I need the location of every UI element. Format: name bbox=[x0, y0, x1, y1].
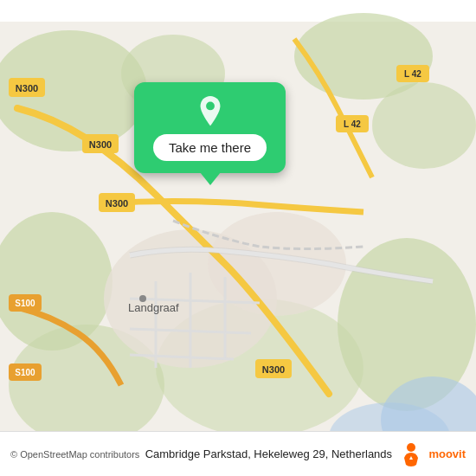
moovit-logo: moovit bbox=[397, 441, 466, 468]
svg-text:L 42: L 42 bbox=[404, 69, 421, 79]
popup-card: Take me there bbox=[134, 82, 286, 173]
svg-point-31 bbox=[206, 102, 215, 111]
map-background: N300 N300 N300 N300 L 42 L 42 S100 S100 … bbox=[0, 0, 476, 476]
svg-text:S100: S100 bbox=[15, 299, 35, 308]
svg-text:S100: S100 bbox=[15, 368, 35, 377]
location-pin-icon bbox=[195, 96, 226, 127]
svg-text:N300: N300 bbox=[106, 198, 128, 209]
moovit-text: moovit bbox=[428, 447, 466, 460]
take-me-there-button[interactable]: Take me there bbox=[153, 134, 267, 161]
address-text: Cambridge Parkstad, Hekeleweg 29, Nether… bbox=[139, 447, 397, 460]
svg-point-32 bbox=[407, 443, 415, 452]
moovit-icon bbox=[397, 441, 425, 468]
svg-text:Landgraaf: Landgraaf bbox=[128, 301, 179, 314]
svg-text:N300: N300 bbox=[262, 364, 285, 375]
svg-text:N300: N300 bbox=[89, 139, 112, 150]
map-container: N300 N300 N300 N300 L 42 L 42 S100 S100 … bbox=[0, 0, 476, 476]
svg-text:N300: N300 bbox=[16, 83, 38, 93]
svg-point-30 bbox=[139, 295, 146, 302]
svg-point-4 bbox=[372, 82, 476, 169]
svg-text:L 42: L 42 bbox=[344, 119, 361, 129]
bottom-bar: © OpenStreetMap contributors Cambridge P… bbox=[0, 431, 476, 476]
copyright-text: © OpenStreetMap contributors bbox=[10, 449, 139, 460]
